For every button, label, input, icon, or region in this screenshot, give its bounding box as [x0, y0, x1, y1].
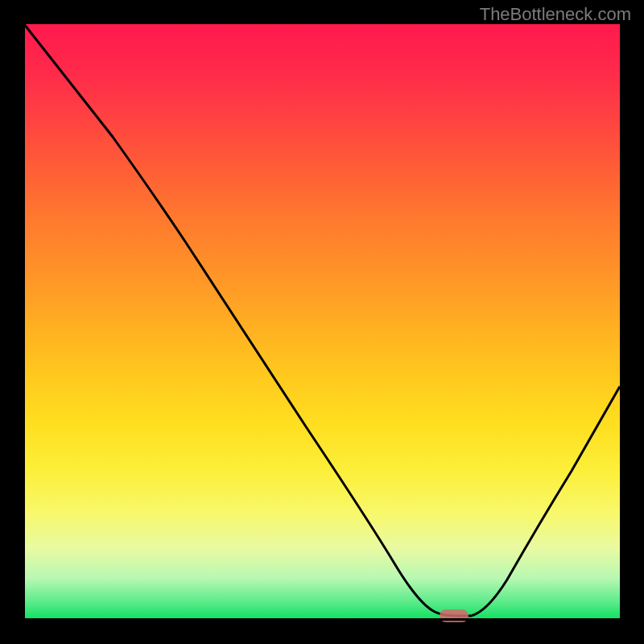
watermark-text: TheBottleneck.com — [480, 4, 631, 25]
x-axis — [23, 618, 621, 621]
y-axis — [23, 24, 25, 621]
bottleneck-curve — [24, 24, 620, 616]
chart-svg — [24, 24, 620, 620]
